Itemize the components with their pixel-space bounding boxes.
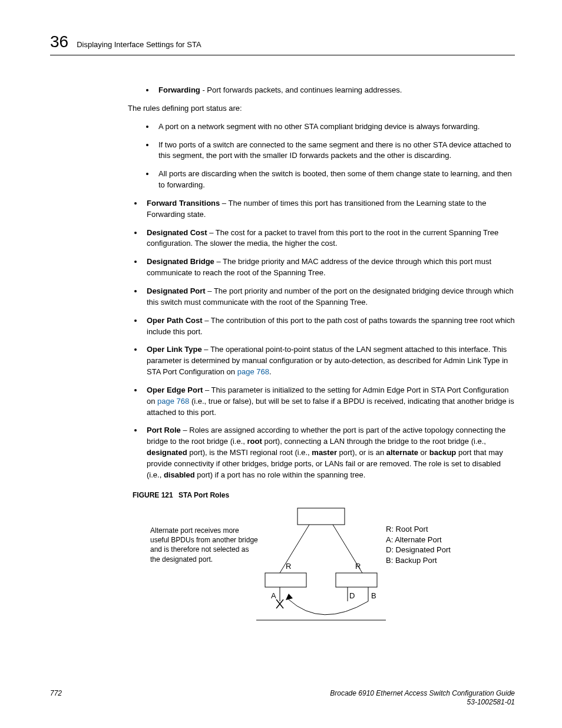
figure-body: Alternate port receives more useful BPDU… <box>133 505 515 629</box>
label-b: B <box>371 591 376 600</box>
page-number: 772 <box>50 689 62 697</box>
rules-list: A port on a network segment with no othe… <box>133 121 515 191</box>
desc: port), connecting a LAN through the brid… <box>262 437 486 446</box>
page: 36 Displaying Interface Settings for STA… <box>0 0 562 728</box>
list-item: Oper Link Type – The operational point-t… <box>143 344 515 378</box>
doc-title-line2: 53-1002581-01 <box>467 698 515 706</box>
doc-title-line1: Brocade 6910 Ethernet Access Switch Conf… <box>330 689 515 697</box>
list-item: Forwarding - Port forwards packets, and … <box>155 85 515 96</box>
svg-rect-3 <box>265 573 306 587</box>
desc: . <box>269 367 272 376</box>
svg-rect-0 <box>297 508 345 525</box>
page-link[interactable]: page 768 <box>237 367 269 376</box>
figure-diagram: R R A D B <box>256 505 386 626</box>
legend-row: R: Root Port <box>386 524 451 535</box>
svg-marker-10 <box>286 594 293 600</box>
chapter-title: Displaying Interface Settings for STA <box>77 40 201 49</box>
figure-caption: FIGURE 121 STA Port Roles <box>133 490 515 500</box>
desc: (i.e., true or false), but will be set t… <box>147 397 514 417</box>
term-forwarding: Forwarding <box>158 85 200 94</box>
list-item: Oper Path Cost – The contribution of thi… <box>143 315 515 338</box>
figure-legend: R: Root Port A: Alternate Port D: Design… <box>386 524 451 565</box>
term: Designated Bridge <box>147 257 214 266</box>
term-inline: alternate <box>386 448 418 457</box>
desc: port) if a port has no role within the s… <box>195 470 366 479</box>
list-item: Forward Transitions – The number of time… <box>143 198 515 220</box>
doc-title: Brocade 6910 Ethernet Access Switch Conf… <box>330 689 515 707</box>
term: Designated Port <box>147 286 206 295</box>
desc: – The contribution of this port to the p… <box>147 316 515 336</box>
desc: port), is the MSTI regional root (i.e., <box>187 448 312 457</box>
list-item: If two ports of a switch are connected t… <box>155 140 515 162</box>
label-a: A <box>271 591 276 600</box>
desc-forwarding: - Port forwards packets, and continues l… <box>200 85 402 94</box>
term: Oper Link Type <box>147 345 202 354</box>
chapter-number: 36 <box>50 32 68 51</box>
term-inline: root <box>247 437 262 446</box>
sub-bullet-list: Forwarding - Port forwards packets, and … <box>133 85 515 96</box>
list-item: Designated Bridge – The bridge priority … <box>143 256 515 279</box>
list-item: Designated Port – The port priority and … <box>143 286 515 308</box>
figure-title: STA Port Roles <box>178 491 229 499</box>
term-inline: backup <box>429 448 457 457</box>
term-inline: designated <box>147 448 187 457</box>
list-item: A port on a network segment with no othe… <box>155 121 515 133</box>
list-item: Oper Edge Port – This parameter is initi… <box>143 385 515 419</box>
legend-row: B: Backup Port <box>386 555 451 566</box>
term: Port Role <box>147 426 181 434</box>
label-r: R <box>286 562 291 571</box>
rules-intro: The rules defining port status are: <box>128 103 515 114</box>
list-item: All ports are discarding when the switch… <box>155 169 515 191</box>
legend-row: A: Alternate Port <box>386 535 451 545</box>
body-content: Forwarding - Port forwards packets, and … <box>133 85 515 629</box>
figure-number: FIGURE 121 <box>133 491 173 499</box>
term-inline: disabled <box>164 470 195 479</box>
term: Oper Path Cost <box>147 316 203 325</box>
definition-list: Forward Transitions – The number of time… <box>133 198 515 481</box>
label-r: R <box>355 562 361 571</box>
page-header: 36 Displaying Interface Settings for STA <box>50 32 515 55</box>
list-item: Designated Cost – The cost for a packet … <box>143 228 515 250</box>
legend-row: D: Designated Port <box>386 545 451 555</box>
desc: or <box>418 448 429 457</box>
term: Designated Cost <box>147 228 207 237</box>
term: Forward Transitions <box>147 199 220 207</box>
list-item: Port Role – Roles are assigned according… <box>143 425 515 480</box>
figure-note: Alternate port receives more useful BPDU… <box>150 526 259 564</box>
svg-rect-4 <box>336 573 377 587</box>
term-inline: master <box>312 448 337 457</box>
svg-line-1 <box>280 525 309 573</box>
label-d: D <box>349 591 355 600</box>
page-link[interactable]: page 768 <box>157 397 189 406</box>
term: Oper Edge Port <box>147 386 203 394</box>
page-footer: 772 Brocade 6910 Ethernet Access Switch … <box>50 689 515 707</box>
desc: port), or is an <box>337 448 386 457</box>
